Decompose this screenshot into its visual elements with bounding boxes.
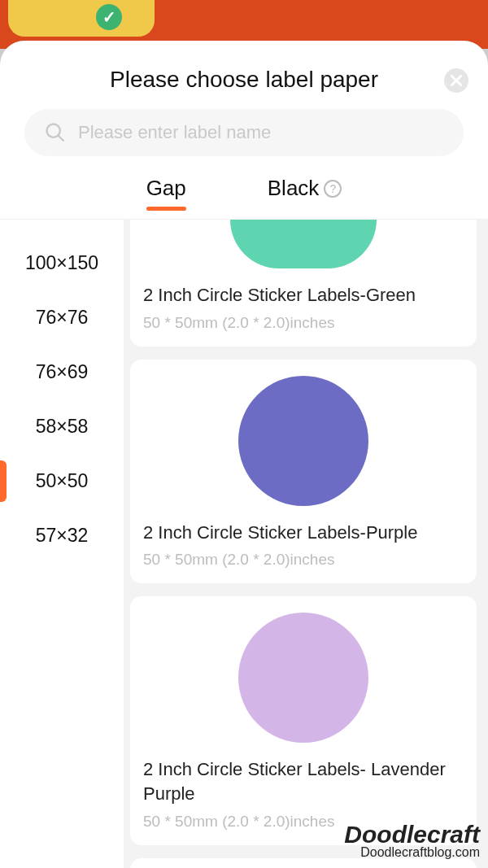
circle-icon-purple [238,376,368,506]
search-icon [44,121,67,144]
label-card[interactable]: 2 Inch Circle Sticker Labels-Green 50 * … [130,220,477,347]
label-list[interactable]: 2 Inch Circle Sticker Labels-Green 50 * … [124,220,488,868]
tab-black[interactable]: Black ? [268,176,342,209]
svg-line-1 [59,136,64,142]
size-sidebar: 100×150 76×76 76×69 58×58 50×50 57×32 [0,220,124,868]
circle-icon-lavender [238,613,368,743]
close-button[interactable] [444,68,468,93]
size-item-50x50[interactable]: 50×50 [0,454,124,508]
close-icon [451,75,462,86]
search-box[interactable] [24,109,464,156]
size-item-76x69[interactable]: 76×69 [0,345,124,399]
label-type-tabs: Gap Black ? [0,169,488,219]
svg-point-0 [47,124,60,137]
modal-header: Please choose label paper [0,41,488,109]
size-item-76x76[interactable]: 76×76 [0,290,124,345]
banner-card: ✓ [8,0,155,37]
size-item-57x32[interactable]: 57×32 [0,508,124,563]
label-title: 2 Inch Circle Sticker Labels-Green [143,283,464,308]
search-input[interactable] [78,122,444,143]
label-card[interactable]: 2 Inch Circle Sticker Labels- Lavender P… [130,596,477,844]
label-preview [143,376,464,521]
size-item-100x150[interactable]: 100×150 [0,236,124,290]
label-card[interactable] [130,858,477,868]
tab-gap-label: Gap [146,176,186,201]
tab-gap[interactable]: Gap [146,176,186,209]
label-card[interactable]: 2 Inch Circle Sticker Labels-Purple 50 *… [130,360,477,584]
modal-title: Please choose label paper [110,67,378,93]
label-preview [143,220,464,283]
content-area: 100×150 76×76 76×69 58×58 50×50 57×32 2 … [0,219,488,868]
check-icon: ✓ [96,4,122,30]
label-title: 2 Inch Circle Sticker Labels- Lavender P… [143,757,464,805]
label-preview [143,613,464,757]
label-subtitle: 50 * 50mm (2.0 * 2.0)inches [143,551,464,569]
label-subtitle: 50 * 50mm (2.0 * 2.0)inches [143,813,464,831]
circle-icon-green [230,220,377,268]
tab-black-label: Black [268,176,320,201]
search-container [0,109,488,169]
label-subtitle: 50 * 50mm (2.0 * 2.0)inches [143,314,464,332]
label-picker-modal: Please choose label paper Gap Black ? 10… [0,41,488,868]
help-icon[interactable]: ? [324,180,342,198]
label-title: 2 Inch Circle Sticker Labels-Purple [143,521,464,545]
size-item-58x58[interactable]: 58×58 [0,399,124,454]
